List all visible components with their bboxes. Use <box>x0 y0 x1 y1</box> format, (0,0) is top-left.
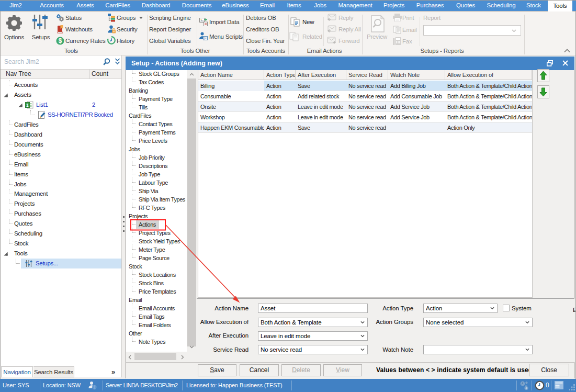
svg-text:$: $ <box>59 37 62 44</box>
svg-text:fx: fx <box>204 37 207 40</box>
